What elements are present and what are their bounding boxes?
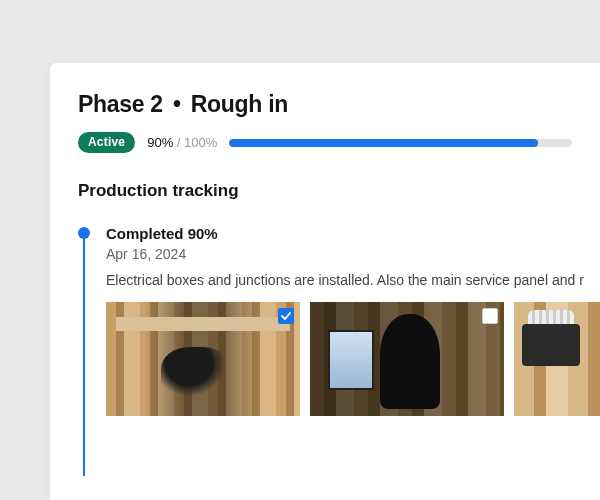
progress-slash: / [173, 135, 184, 150]
checkbox-checked-icon[interactable] [278, 308, 294, 324]
progress-current: 90% [147, 135, 173, 150]
page-title: Phase 2 • Rough in [78, 91, 600, 118]
progress-fill [229, 139, 537, 147]
entry-date: Apr 16, 2024 [106, 246, 600, 262]
timeline-line [83, 231, 85, 476]
entry-title: Completed 90% [106, 225, 600, 242]
phase-card: Phase 2 • Rough in Active 90% / 100% Pro… [50, 63, 600, 500]
checkbox-unchecked-icon[interactable] [482, 308, 498, 324]
thumbs-row [106, 302, 600, 416]
phase-label: Phase 2 [78, 91, 163, 117]
progress-bar[interactable] [229, 139, 572, 147]
section-title: Production tracking [78, 181, 600, 201]
entry-description: Electrical boxes and junctions are insta… [106, 272, 600, 288]
status-row: Active 90% / 100% [78, 132, 600, 153]
progress-text: 90% / 100% [147, 135, 217, 150]
thumbnail[interactable] [106, 302, 300, 416]
title-separator: • [173, 91, 181, 117]
thumbnail[interactable] [514, 302, 600, 416]
timeline-dot-icon [78, 227, 90, 239]
status-badge: Active [78, 132, 135, 153]
phase-name: Rough in [191, 91, 288, 117]
progress-target: 100% [184, 135, 217, 150]
timeline: Completed 90% Apr 16, 2024 Electrical bo… [78, 225, 600, 416]
timeline-entry: Completed 90% Apr 16, 2024 Electrical bo… [106, 225, 600, 416]
thumbnail[interactable] [310, 302, 504, 416]
